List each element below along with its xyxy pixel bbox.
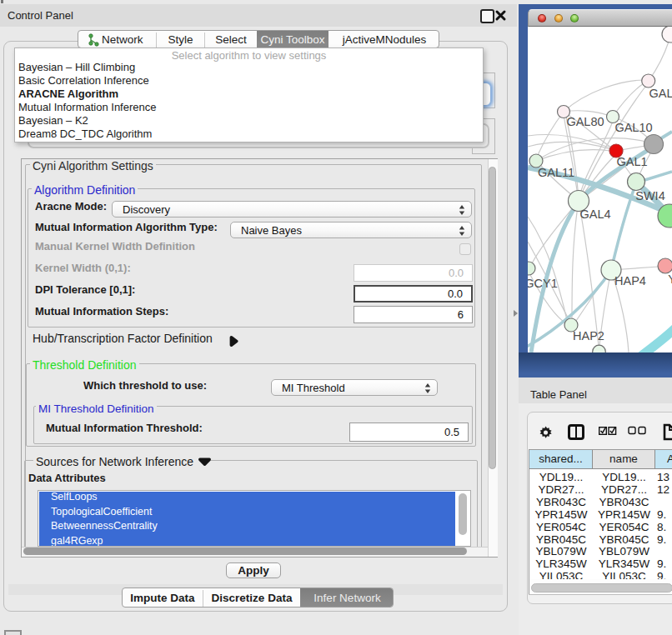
svg-text:GAL80: GAL80 [566, 115, 604, 128]
svg-text:HAP2: HAP2 [573, 329, 604, 342]
svg-text:Y: Y [668, 272, 672, 286]
svg-text:GAL2: GAL2 [649, 87, 672, 100]
svg-text:GAL11: GAL11 [538, 166, 574, 179]
svg-text:GAL4: GAL4 [579, 208, 610, 221]
svg-text:GCY1: GCY1 [528, 277, 558, 290]
svg-text:SWI4: SWI4 [635, 189, 664, 202]
svg-text:GAL1: GAL1 [616, 155, 647, 168]
svg-text:GAL10: GAL10 [614, 121, 652, 134]
svg-text:HAP4: HAP4 [614, 274, 646, 288]
